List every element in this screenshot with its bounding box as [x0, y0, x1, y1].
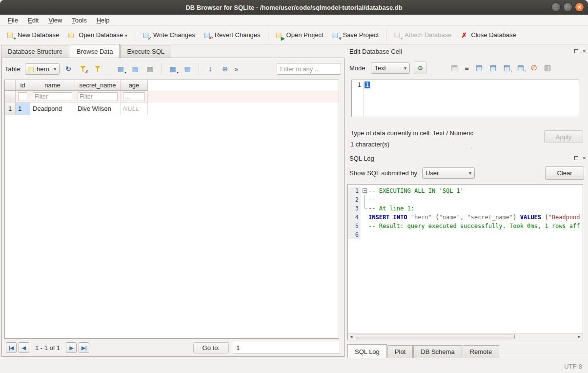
cell-editor[interactable]: 1 1 — [351, 80, 579, 117]
toolbar-overflow-icon[interactable]: » — [235, 65, 238, 73]
set-null-icon[interactable]: ∅ — [531, 63, 537, 72]
sql-log-editor[interactable]: 1 − -- EXECUTING ALL IN 'SQL 1' 2 -- 3 -… — [347, 184, 583, 340]
goto-input[interactable] — [233, 342, 340, 353]
attach-database-button: ▤+ Attach Database — [390, 28, 455, 42]
clear-filters-button[interactable]: ✗ — [77, 63, 89, 75]
open-database-dropdown-icon[interactable]: ▾ — [125, 33, 127, 39]
cell-id[interactable]: 1 — [16, 103, 30, 115]
open-database-icon: ▤ — [68, 31, 76, 39]
open-database-button[interactable]: ▤ Open Database ▾ — [64, 28, 131, 42]
scroll-left-icon[interactable]: ◀ — [348, 333, 355, 340]
column-header-age[interactable]: age — [121, 80, 148, 91]
tab-db-schema[interactable]: DB Schema — [413, 345, 462, 358]
sql-source-value: User — [426, 169, 439, 177]
menu-file[interactable]: File — [3, 15, 23, 25]
open-file-icon[interactable]: ▤ — [476, 63, 483, 72]
menu-view[interactable]: View — [43, 15, 67, 25]
main-toolbar: ▤+ New Database ▤ Open Database ▾ ▤✓ Wri… — [0, 26, 588, 44]
column-header-id[interactable]: id — [16, 80, 30, 91]
tab-browse-data[interactable]: Browse Data — [70, 44, 120, 58]
previous-page-icon: ◀ — [22, 345, 26, 351]
sort-button[interactable]: ↕ — [204, 63, 216, 75]
close-button[interactable]: × — [575, 2, 584, 12]
mode-selector[interactable]: Text ▾ — [371, 62, 410, 74]
cell-age[interactable]: NULL — [121, 103, 148, 115]
cell-name[interactable]: Deadpond — [30, 103, 75, 115]
format-icon: ⚙ — [417, 64, 423, 72]
tab-database-structure[interactable]: Database Structure — [1, 45, 69, 58]
sql-log-line: 3 -- At line 1: — [348, 204, 583, 213]
word-wrap-icon[interactable]: ≡ — [465, 64, 469, 72]
mode-label: Mode: — [349, 64, 367, 72]
goto-button[interactable]: Go to: — [193, 342, 229, 353]
save-project-button[interactable]: ▤▾ Save Project — [328, 28, 383, 42]
filter-input-name[interactable] — [33, 92, 72, 101]
insert-record-button[interactable]: ▦▾ — [115, 63, 126, 75]
fold-marker-icon[interactable]: − — [363, 188, 367, 193]
tab-sql-log[interactable]: SQL Log — [347, 344, 387, 358]
column-header-secret-name[interactable]: secret_name — [75, 80, 121, 91]
scroll-right-icon[interactable]: ▶ — [576, 333, 583, 340]
data-grid: id name secret_name age 1 1 — [4, 80, 339, 339]
previous-page-button[interactable]: ◀ — [19, 342, 29, 353]
filter-icon — [94, 65, 101, 72]
scrollbar-thumb[interactable] — [356, 334, 515, 339]
print-cell-icon[interactable]: ▥ — [544, 63, 551, 72]
import-button[interactable]: ▦ — [182, 63, 193, 75]
dock-float-icon[interactable] — [574, 156, 578, 160]
column-header-name[interactable]: name — [30, 80, 75, 91]
cell-secret-name[interactable]: Dive Wilson — [75, 103, 121, 115]
insert-record-icon: ▦ — [117, 65, 123, 73]
tab-plot[interactable]: Plot — [387, 345, 413, 358]
export-cell-icon[interactable]: ▤↑ — [517, 63, 524, 72]
import-cell-icon[interactable]: ▤↓ — [503, 63, 510, 72]
dock-splitter[interactable]: · · · — [345, 146, 588, 151]
table-selector-value: hero — [37, 65, 49, 73]
filter-input-age[interactable] — [123, 92, 145, 101]
toolbar-separator — [199, 63, 199, 75]
minimize-button[interactable]: – — [551, 2, 561, 12]
fetch-all-button[interactable]: ⊕ — [219, 63, 231, 75]
toolbar-separator — [135, 29, 135, 41]
next-page-button[interactable]: ▶ — [66, 342, 77, 353]
dock-close-icon[interactable]: × — [582, 49, 586, 54]
main-area: Database Structure Browse Data Execute S… — [0, 44, 588, 359]
goto-group: Go to: — [193, 342, 340, 353]
table-selector[interactable]: ▤ hero ▾ — [25, 63, 60, 75]
refresh-button[interactable]: ↻ — [62, 63, 74, 75]
tab-remote[interactable]: Remote — [463, 345, 500, 358]
save-file-icon[interactable]: ▤ — [489, 63, 496, 72]
menu-tools[interactable]: Tools — [67, 15, 91, 25]
print-button[interactable]: ▥ — [144, 63, 156, 75]
format-button[interactable]: ⚙ — [414, 62, 426, 74]
dock-float-icon[interactable] — [574, 49, 578, 53]
menu-edit[interactable]: Edit — [23, 15, 43, 25]
row-header[interactable]: 1 — [5, 103, 16, 115]
filter-input-secret-name[interactable] — [78, 92, 118, 101]
horizontal-scrollbar[interactable]: ◀ ▶ — [348, 333, 583, 340]
filter-any-input[interactable] — [277, 63, 341, 75]
sql-source-selector[interactable]: User ▾ — [422, 167, 475, 179]
new-database-button[interactable]: ▤+ New Database — [3, 28, 63, 42]
clear-button[interactable]: Clear — [545, 166, 584, 180]
export-button[interactable]: ▦▾ — [167, 63, 179, 75]
menu-help[interactable]: Help — [92, 15, 115, 25]
delete-record-button[interactable]: ▦ — [129, 63, 141, 75]
export-icon: ▦ — [169, 65, 176, 73]
close-icon: × — [578, 3, 582, 11]
write-changes-button[interactable]: ▤✓ Write Changes — [139, 28, 199, 42]
maximize-button[interactable]: □ — [563, 2, 572, 12]
text-document-icon[interactable]: ▤ — [451, 63, 458, 72]
next-page-icon: ▶ — [69, 345, 73, 351]
last-page-button[interactable]: ▶| — [79, 342, 89, 353]
fetch-all-icon: ⊕ — [222, 65, 228, 73]
first-page-button[interactable]: |◀ — [6, 342, 17, 353]
close-database-button[interactable]: ✗ Close Database — [456, 28, 520, 42]
filter-input-id[interactable] — [18, 92, 27, 101]
toolbar-separator — [268, 29, 268, 41]
dock-close-icon[interactable]: × — [582, 156, 586, 161]
tab-execute-sql[interactable]: Execute SQL — [120, 45, 171, 58]
open-project-button[interactable]: ▤▶ Open Project — [272, 28, 327, 42]
save-filter-button[interactable] — [92, 63, 103, 75]
revert-changes-button[interactable]: ▤↶ Revert Changes — [200, 28, 264, 42]
